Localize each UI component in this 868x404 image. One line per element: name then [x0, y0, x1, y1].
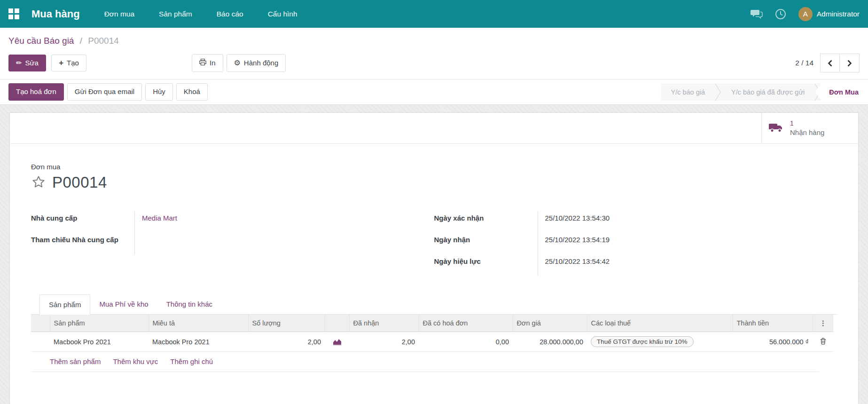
receipts-label: Nhận hàng — [790, 128, 824, 137]
add-product-link[interactable]: Thêm sản phẩm — [50, 357, 101, 365]
cancel-button[interactable]: Hủy — [145, 83, 173, 101]
cell-received[interactable]: 2,00 — [349, 332, 419, 352]
notebook-tabs: Sản phẩm Mua Phí về kho Thông tin khác — [31, 294, 837, 315]
print-button[interactable]: In — [192, 54, 223, 72]
gear-icon: ⚙ — [234, 60, 241, 66]
delete-row-button[interactable] — [813, 332, 833, 352]
pager-previous-button[interactable] — [820, 54, 840, 72]
menu-cau-hinh[interactable]: Cấu hình — [267, 7, 298, 21]
breadcrumb: Yêu cầu Báo giá / P00014 — [8, 28, 860, 49]
tab-products[interactable]: Sản phẩm — [39, 294, 90, 315]
statusbar: Tạo hoá đơn Gửi Đơn qua email Hủy Khoá Y… — [0, 79, 868, 105]
header-product[interactable]: Sản phẩm — [50, 315, 149, 332]
cell-quantity[interactable]: 2,00 — [248, 332, 325, 352]
cell-description[interactable]: Macbook Pro 2021 — [149, 332, 248, 352]
step-purchase-order[interactable]: Đơn Mua — [815, 83, 868, 101]
smart-button-box: 1 Nhận hàng — [10, 113, 858, 144]
receipts-smart-button[interactable]: 1 Nhận hàng — [761, 113, 858, 143]
status-steps: Y/c báo giá Y/c báo giá đã được gửi Đơn … — [661, 83, 868, 101]
step-rfq[interactable]: Y/c báo giá — [661, 83, 714, 101]
header-billed[interactable]: Đã có hoá đơn — [419, 315, 513, 332]
plus-icon: + — [59, 60, 63, 66]
pencil-icon: ✏ — [16, 59, 22, 67]
step-rfq-sent[interactable]: Y/c báo giá đã được gửi — [722, 83, 814, 101]
create-button[interactable]: + Tạo — [51, 55, 86, 72]
row-handle[interactable] — [31, 332, 50, 352]
breadcrumb-separator: / — [80, 36, 82, 46]
menu-bao-cao[interactable]: Báo cáo — [216, 7, 244, 21]
activities-clock-icon[interactable] — [775, 8, 786, 20]
tab-landed-costs[interactable]: Mua Phí về kho — [90, 294, 157, 315]
vendor-value[interactable]: Media Mart — [142, 214, 177, 222]
avatar: A — [798, 7, 813, 21]
chevron-right-icon — [847, 60, 852, 67]
header-quantity[interactable]: Số lượng — [248, 315, 325, 332]
menu-don-mua[interactable]: Đơn mua — [103, 7, 135, 21]
cell-subtotal[interactable]: 56.000.000 ₫ — [733, 332, 813, 352]
table-row[interactable]: Macbook Pro 2021 Macbook Pro 2021 2,00 — [31, 332, 833, 352]
step-separator-icon — [714, 83, 722, 101]
optional-columns-icon[interactable]: ⋮ — [813, 315, 833, 332]
receipt-date-label: Ngày nhận — [434, 233, 538, 254]
truck-icon — [768, 122, 783, 135]
edit-button[interactable]: ✏ Sửa — [8, 55, 46, 72]
effective-date-label: Ngày hiệu lực — [434, 254, 538, 276]
list-footer-links: Thêm sản phẩm Thêm khu vực Thêm ghi chú — [31, 352, 819, 372]
header-taxes[interactable]: Các loại thuế — [587, 315, 733, 332]
menu-san-pham[interactable]: Sản phẩm — [158, 7, 193, 21]
vendor-reference-label: Tham chiếu Nhà cung cấp — [31, 233, 134, 254]
user-name: Administrator — [817, 10, 860, 18]
header-subtotal[interactable]: Thành tiền — [733, 315, 813, 332]
header-unit-price[interactable]: Đơn giá — [513, 315, 587, 332]
forecast-chart-icon[interactable] — [328, 338, 345, 345]
add-note-link[interactable]: Thêm ghi chú — [170, 357, 213, 365]
app-name[interactable]: Mua hàng — [31, 8, 80, 20]
header-received[interactable]: Đã nhận — [349, 315, 419, 332]
record-type-label: Đơn mua — [31, 163, 837, 171]
breadcrumb-parent[interactable]: Yêu cầu Báo giá — [8, 36, 74, 46]
add-section-link[interactable]: Thêm khu vực — [113, 357, 158, 365]
messages-icon[interactable] — [751, 9, 763, 19]
chevron-left-icon — [828, 60, 833, 67]
top-navbar: Mua hàng Đơn mua Sản phẩm Báo cáo Cấu hì… — [0, 0, 868, 28]
form-sheet: 1 Nhận hàng Đơn mua P00014 Nhà cung cấp — [9, 112, 859, 404]
create-invoice-button[interactable]: Tạo hoá đơn — [8, 83, 64, 101]
tax-tag[interactable]: Thuế GTGT được khấu trừ 10% — [591, 336, 694, 347]
header-handle — [31, 315, 50, 332]
control-panel: Yêu cầu Báo giá / P00014 ✏ Sửa + Tạo — [0, 28, 868, 79]
pager-count: 2 / 14 — [795, 59, 813, 67]
user-menu[interactable]: A Administrator — [798, 7, 860, 21]
cell-product[interactable]: Macbook Pro 2021 — [50, 332, 149, 352]
trash-icon — [820, 338, 826, 345]
effective-date-value[interactable]: 25/10/2022 13:54:42 — [538, 254, 837, 276]
pager: 2 / 14 — [795, 54, 860, 72]
pager-next-button[interactable] — [840, 54, 860, 72]
header-description[interactable]: Miêu tả — [149, 315, 248, 332]
send-by-email-button[interactable]: Gửi Đơn qua email — [67, 83, 142, 101]
lock-button[interactable]: Khoá — [176, 83, 208, 101]
order-lines-table: Sản phẩm Miêu tả Số lượng Đã nhận Đã có … — [31, 315, 833, 352]
receipt-date-value[interactable]: 25/10/2022 13:54:19 — [538, 233, 837, 254]
favorite-star-icon[interactable] — [31, 174, 46, 191]
printer-icon — [199, 59, 206, 67]
breadcrumb-current: P00014 — [88, 36, 119, 46]
tab-other-info[interactable]: Thông tin khác — [157, 294, 221, 315]
cell-unit-price[interactable]: 28.000.000,00 — [513, 332, 587, 352]
action-button[interactable]: ⚙ Hành động — [227, 54, 286, 72]
vendor-label: Nhà cung cấp — [31, 211, 134, 233]
table-header-row: Sản phẩm Miêu tả Số lượng Đã nhận Đã có … — [31, 315, 833, 332]
confirm-date-label: Ngày xác nhận — [434, 211, 538, 233]
header-forecast — [325, 315, 349, 332]
confirm-date-value[interactable]: 25/10/2022 13:54:30 — [538, 211, 837, 233]
main-menu: Đơn mua Sản phẩm Báo cáo Cấu hình — [103, 7, 751, 21]
receipts-count: 1 — [790, 119, 824, 128]
cell-billed[interactable]: 0,00 — [419, 332, 513, 352]
apps-menu-icon[interactable] — [8, 8, 19, 19]
page-title: P00014 — [52, 174, 107, 191]
vendor-reference-value[interactable] — [134, 233, 434, 254]
